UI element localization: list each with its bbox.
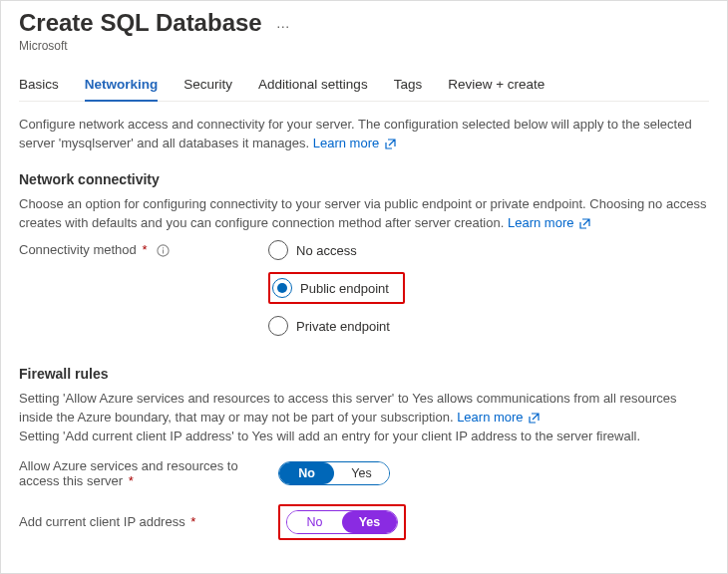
section-title-connectivity: Network connectivity: [19, 171, 709, 187]
connectivity-desc-text: Choose an option for configuring connect…: [19, 196, 706, 230]
more-actions-ellipsis-icon[interactable]: …: [276, 15, 290, 31]
radio-icon: [268, 316, 288, 336]
radio-icon: [268, 240, 288, 260]
radio-no-access[interactable]: No access: [268, 238, 405, 262]
radio-private-endpoint[interactable]: Private endpoint: [268, 314, 405, 338]
tab-review-create[interactable]: Review + create: [448, 77, 545, 101]
header-subtitle: Microsoft: [19, 39, 709, 53]
required-asterisk: *: [190, 514, 195, 529]
learn-more-link[interactable]: Learn more: [313, 136, 396, 150]
tab-additional-settings[interactable]: Additional settings: [258, 77, 368, 101]
add-ip-row: Add current client IP address * No Yes: [19, 504, 709, 540]
radio-label-public-endpoint: Public endpoint: [300, 281, 389, 296]
connectivity-desc: Choose an option for configuring connect…: [19, 195, 709, 233]
tab-security[interactable]: Security: [183, 77, 232, 101]
highlight-public-endpoint: Public endpoint: [268, 272, 405, 304]
radio-label-no-access: No access: [296, 243, 357, 258]
page-title: Create SQL Database: [19, 9, 262, 37]
intro-text: Configure network access and connectivit…: [19, 116, 709, 153]
header-row: Create SQL Database …: [19, 9, 709, 37]
external-link-icon: [385, 139, 396, 149]
allow-azure-label: Allow Azure services and resources to ac…: [19, 458, 278, 488]
tab-tags[interactable]: Tags: [394, 77, 423, 101]
external-link-icon: [529, 413, 540, 424]
add-ip-label: Add current client IP address *: [19, 514, 278, 529]
radio-label-private-endpoint: Private endpoint: [296, 319, 390, 334]
allow-azure-toggle-yes[interactable]: Yes: [334, 462, 389, 484]
info-icon[interactable]: [157, 244, 170, 257]
firewall-desc: Setting 'Allow Azure services and resour…: [19, 390, 709, 446]
connectivity-method-radio-group: No access Public endpoint Private endpoi…: [268, 238, 405, 338]
add-ip-label-text: Add current client IP address: [19, 514, 185, 529]
required-asterisk: *: [142, 242, 147, 257]
firewall-desc1: Setting 'Allow Azure services and resour…: [19, 391, 677, 425]
page-root: { "header": { "title": "Create SQL Datab…: [0, 0, 728, 574]
required-asterisk: *: [129, 473, 134, 488]
learn-more-link-firewall[interactable]: Learn more: [457, 410, 540, 425]
allow-azure-row: Allow Azure services and resources to ac…: [19, 458, 709, 488]
firewall-desc2: Setting 'Add current client IP address' …: [19, 429, 640, 443]
tab-basics[interactable]: Basics: [19, 77, 59, 101]
section-title-firewall: Firewall rules: [19, 366, 709, 382]
learn-more-label-firewall: Learn more: [457, 410, 523, 425]
connectivity-method-label-text: Connectivity method: [19, 242, 137, 257]
connectivity-method-label: Connectivity method *: [19, 238, 268, 257]
learn-more-label-connectivity: Learn more: [508, 215, 573, 230]
tab-networking[interactable]: Networking: [85, 77, 159, 102]
allow-azure-toggle-no[interactable]: No: [279, 462, 334, 484]
radio-dot: [277, 283, 287, 293]
external-link-icon: [579, 218, 590, 229]
radio-public-endpoint[interactable]: Public endpoint: [272, 276, 393, 300]
add-ip-toggle-no[interactable]: No: [287, 511, 342, 533]
add-ip-toggle[interactable]: No Yes: [286, 510, 398, 534]
tabs: Basics Networking Security Additional se…: [19, 77, 709, 102]
add-ip-toggle-yes[interactable]: Yes: [342, 511, 397, 533]
learn-more-label: Learn more: [313, 136, 379, 150]
allow-azure-toggle[interactable]: No Yes: [278, 461, 390, 485]
connectivity-method-row: Connectivity method * No access Public e…: [19, 238, 709, 338]
highlight-add-ip: No Yes: [278, 504, 406, 540]
svg-rect-2: [163, 248, 164, 249]
learn-more-link-connectivity[interactable]: Learn more: [508, 215, 590, 230]
radio-icon-checked: [272, 278, 292, 298]
svg-rect-1: [163, 250, 164, 254]
